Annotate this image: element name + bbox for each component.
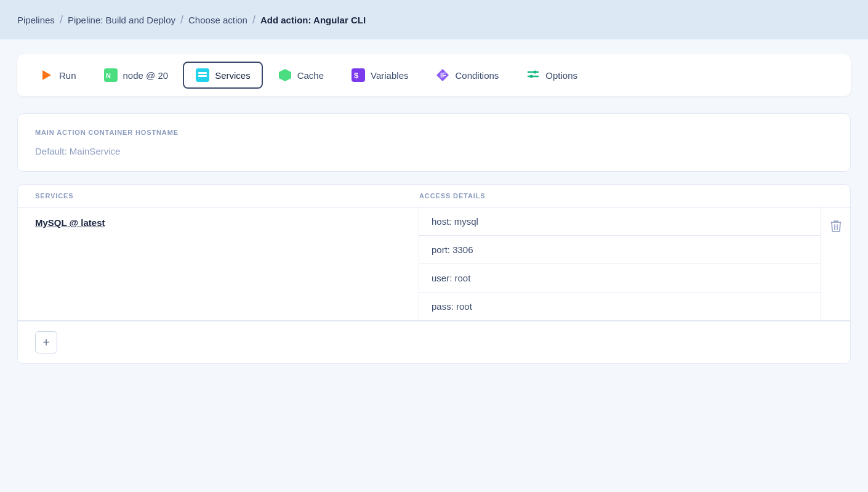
svg-rect-5 — [198, 75, 207, 77]
tab-services[interactable]: Services — [183, 62, 263, 89]
tab-node[interactable]: N node @ 20 — [91, 62, 181, 89]
tab-run[interactable]: Run — [27, 62, 89, 89]
add-service-button[interactable]: + — [35, 331, 57, 353]
services-col-header: SERVICES — [35, 192, 419, 200]
breadcrumb-pipeline[interactable]: Pipeline: Build and Deploy — [68, 15, 175, 25]
delete-service-button[interactable] — [828, 217, 844, 235]
add-icon: + — [42, 336, 50, 350]
hostname-label: MAIN ACTION CONTAINER HOSTNAME — [35, 129, 833, 136]
services-header: SERVICES ACCESS DETAILS — [18, 185, 850, 208]
svg-point-12 — [534, 71, 537, 74]
tab-variables[interactable]: $ Variables — [339, 62, 420, 89]
main-content: Run N node @ 20 Services Cache $ Variabl… — [0, 39, 868, 492]
options-icon — [526, 68, 540, 83]
tab-services-label: Services — [215, 70, 251, 81]
svg-text:IF: IF — [440, 71, 446, 79]
breadcrumb-sep-2: / — [180, 14, 183, 26]
tab-node-label: node @ 20 — [123, 70, 169, 81]
node-icon: N — [103, 68, 118, 83]
svg-marker-0 — [42, 70, 51, 80]
tab-conditions[interactable]: IF Conditions — [423, 62, 511, 89]
variables-icon: $ — [351, 68, 366, 83]
tab-variables-label: Variables — [371, 70, 408, 81]
breadcrumb-choose-action[interactable]: Choose action — [188, 15, 247, 25]
breadcrumb-bar: Pipelines / Pipeline: Build and Deploy /… — [0, 0, 868, 39]
access-detail-host: host: mysql — [419, 208, 821, 236]
tab-conditions-label: Conditions — [455, 70, 499, 81]
access-details-cell: host: mysql port: 3306 user: root pass: … — [419, 208, 821, 320]
tabs-row: Run N node @ 20 Services Cache $ Variabl… — [17, 54, 851, 96]
tab-run-label: Run — [59, 70, 76, 81]
add-service-row: + — [18, 321, 850, 363]
service-row: MySQL @ latest host: mysql port: 3306 us… — [18, 208, 850, 321]
service-name-cell: MySQL @ latest — [18, 208, 419, 320]
breadcrumb-current: Add action: Angular CLI — [260, 15, 366, 25]
conditions-icon: IF — [435, 68, 450, 83]
svg-text:N: N — [106, 72, 111, 79]
tab-options[interactable]: Options — [513, 62, 590, 89]
services-icon — [195, 68, 210, 83]
delete-cell — [821, 208, 850, 320]
hostname-panel: MAIN ACTION CONTAINER HOSTNAME Default: … — [17, 113, 851, 172]
run-icon — [39, 68, 54, 83]
svg-marker-6 — [279, 69, 291, 81]
breadcrumb-sep-3: / — [252, 14, 255, 26]
svg-rect-4 — [198, 72, 207, 74]
breadcrumb-pipelines[interactable]: Pipelines — [17, 15, 55, 25]
hostname-value: Default: MainService — [35, 146, 833, 156]
tab-options-label: Options — [545, 70, 577, 81]
cache-icon — [278, 68, 292, 83]
tab-cache[interactable]: Cache — [265, 62, 336, 89]
service-name-link[interactable]: MySQL @ latest — [35, 217, 105, 228]
access-detail-port: port: 3306 — [419, 236, 821, 264]
tab-cache-label: Cache — [297, 70, 324, 81]
breadcrumb-sep-1: / — [60, 14, 63, 26]
svg-point-14 — [530, 75, 533, 78]
access-detail-pass: pass: root — [419, 292, 821, 320]
services-panel: SERVICES ACCESS DETAILS MySQL @ latest h… — [17, 184, 851, 364]
svg-text:$: $ — [354, 71, 359, 80]
access-col-header: ACCESS DETAILS — [419, 192, 803, 200]
access-detail-user: user: root — [419, 264, 821, 292]
